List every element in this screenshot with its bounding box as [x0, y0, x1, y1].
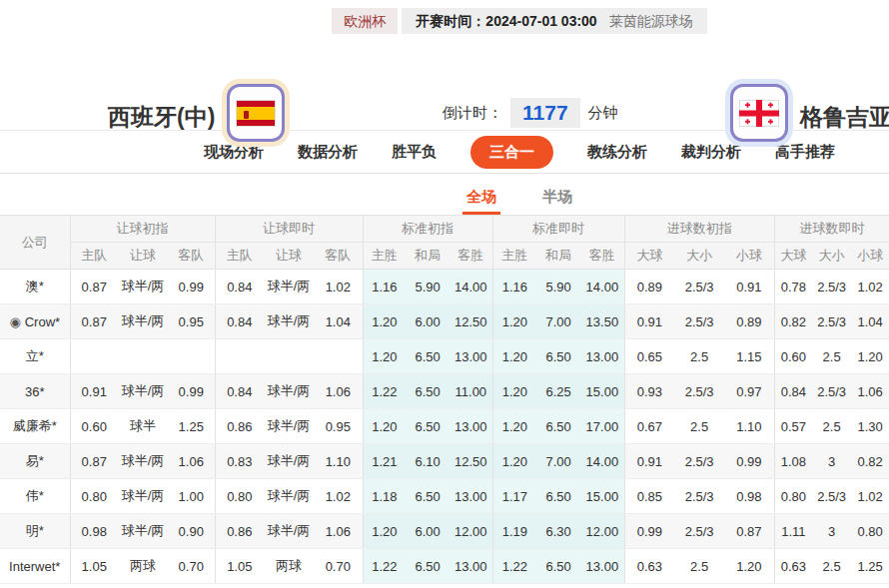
odds-cell[interactable]: 5.90 — [536, 270, 580, 304]
odds-cell[interactable]: 6.30 — [536, 514, 580, 549]
odds-cell[interactable]: 2.5/3 — [812, 270, 851, 304]
odds-cell[interactable]: 0.63 — [774, 549, 812, 584]
odds-cell[interactable]: 0.82 — [774, 304, 812, 339]
company-cell[interactable]: 易* — [0, 444, 70, 479]
odds-cell[interactable]: 球半/两 — [264, 444, 314, 479]
odds-cell[interactable]: 1.06 — [851, 374, 889, 409]
odds-cell[interactable]: 2.5/3 — [812, 374, 851, 409]
odds-cell[interactable]: 6.50 — [536, 549, 580, 584]
odds-cell[interactable]: 1.20 — [851, 339, 889, 374]
odds-cell[interactable]: 14.00 — [580, 444, 624, 479]
odds-cell[interactable]: 球半/两 — [264, 374, 314, 409]
odds-cell[interactable]: 2.5 — [812, 549, 851, 584]
odds-cell[interactable]: 1.02 — [851, 270, 889, 304]
odds-cell[interactable]: 1.20 — [492, 374, 536, 409]
odds-cell[interactable]: 0.80 — [774, 479, 812, 514]
odds-cell[interactable]: 球半/两 — [264, 409, 314, 444]
odds-cell[interactable]: 0.78 — [774, 270, 812, 304]
odds-cell[interactable]: 1.25 — [851, 549, 889, 584]
odds-cell[interactable]: 0.84 — [774, 374, 812, 409]
company-cell[interactable]: Interwet* — [0, 549, 70, 584]
odds-cell[interactable]: 0.86 — [215, 409, 264, 444]
odds-cell[interactable]: 0.80 — [851, 514, 889, 549]
odds-cell[interactable]: 12.00 — [580, 514, 624, 549]
odds-cell[interactable]: 1.08 — [774, 444, 812, 479]
odds-cell[interactable]: 0.83 — [215, 444, 264, 479]
company-cell[interactable]: 澳* — [0, 270, 70, 304]
odds-cell[interactable]: 球半/两 — [264, 514, 314, 549]
odds-cell: 1.22 — [363, 374, 406, 409]
odds-cell[interactable]: 1.17 — [492, 479, 536, 514]
odds-cell[interactable]: 13.00 — [580, 549, 624, 584]
odds-cell[interactable]: 1.02 — [314, 479, 363, 514]
odds-cell[interactable]: 14.00 — [580, 270, 624, 304]
odds-cell[interactable]: 17.00 — [580, 409, 624, 444]
odds-cell[interactable]: 13.50 — [580, 304, 624, 339]
odds-cell[interactable]: 1.19 — [492, 514, 536, 549]
company-cell[interactable]: 36* — [0, 374, 70, 409]
odds-cell[interactable]: 2.5/3 — [812, 304, 851, 339]
nav-tab-三合一[interactable]: 三合一 — [470, 136, 553, 169]
col-subheader: 小球 — [724, 243, 774, 270]
odds-cell[interactable]: 0.70 — [314, 549, 363, 584]
nav-tab-数据分析[interactable]: 数据分析 — [298, 143, 358, 162]
odds-cell[interactable]: 15.00 — [580, 374, 624, 409]
odds-cell[interactable]: 0.82 — [851, 444, 889, 479]
odds-cell[interactable]: 1.22 — [492, 549, 536, 584]
odds-cell[interactable]: 0.84 — [215, 270, 264, 304]
odds-cell[interactable]: 球半/两 — [264, 479, 314, 514]
odds-cell[interactable]: 6.25 — [536, 374, 580, 409]
odds-cell[interactable]: 1.30 — [851, 409, 889, 444]
odds-cell[interactable]: 0.84 — [215, 374, 264, 409]
company-cell[interactable]: 威廉希* — [0, 409, 70, 444]
odds-cell[interactable]: 0.86 — [215, 514, 264, 549]
odds-cell[interactable]: 1.20 — [492, 304, 536, 339]
company-cell[interactable]: 明* — [0, 514, 70, 549]
nav-tab-胜平负[interactable]: 胜平负 — [392, 143, 437, 162]
odds-cell[interactable]: 3 — [812, 514, 851, 549]
odds-cell[interactable]: 6.50 — [536, 339, 580, 374]
odds-cell[interactable]: 1.06 — [314, 374, 363, 409]
odds-cell[interactable]: 球半/两 — [264, 270, 314, 304]
odds-cell[interactable]: 0.95 — [314, 409, 363, 444]
odds-cell[interactable]: 3 — [812, 444, 851, 479]
odds-cell[interactable]: 0.60 — [774, 339, 812, 374]
company-cell[interactable]: 立* — [0, 339, 70, 374]
subtab-全场[interactable]: 全场 — [462, 179, 500, 215]
odds-cell[interactable]: 两球 — [264, 549, 314, 584]
odds-cell[interactable]: 1.05 — [215, 549, 264, 584]
company-cell[interactable]: ◉Crow* — [0, 304, 70, 339]
odds-cell[interactable]: 1.11 — [774, 514, 812, 549]
nav-tab-裁判分析[interactable]: 裁判分析 — [681, 143, 741, 162]
spain-emblem-icon — [244, 111, 249, 119]
odds-cell[interactable]: 13.00 — [580, 339, 624, 374]
odds-cell[interactable]: 6.50 — [536, 479, 580, 514]
odds-cell[interactable]: 0.84 — [215, 304, 264, 339]
odds-cell[interactable]: 2.5/3 — [812, 479, 851, 514]
odds-cell[interactable]: 0.57 — [774, 409, 812, 444]
odds-cell[interactable]: 1.06 — [314, 514, 363, 549]
subtab-半场[interactable]: 半场 — [538, 179, 576, 215]
odds-cell[interactable]: 15.00 — [580, 479, 624, 514]
odds-cell[interactable]: 1.16 — [492, 270, 536, 304]
odds-cell[interactable]: 2.5 — [812, 409, 851, 444]
odds-cell[interactable]: 0.80 — [215, 479, 264, 514]
odds-cell[interactable]: 1.02 — [314, 270, 363, 304]
odds-cell[interactable]: 1.20 — [492, 339, 536, 374]
odds-cell[interactable]: 1.20 — [492, 409, 536, 444]
odds-cell[interactable]: 1.20 — [492, 444, 536, 479]
odds-cell[interactable]: 1.04 — [851, 304, 889, 339]
odds-cell[interactable]: 7.00 — [536, 444, 580, 479]
odds-cell[interactable]: 6.50 — [536, 409, 580, 444]
odds-cell[interactable]: 1.04 — [314, 304, 363, 339]
odds-cell[interactable]: 7.00 — [536, 304, 580, 339]
company-cell[interactable]: 伟* — [0, 479, 70, 514]
odds-cell[interactable]: 1.10 — [314, 444, 363, 479]
nav-tab-高手推荐[interactable]: 高手推荐 — [775, 143, 835, 162]
odds-cell[interactable]: 球半/两 — [264, 304, 314, 339]
odds-cell[interactable]: 2.5 — [812, 339, 851, 374]
table-row: 立*1.206.5013.001.206.5013.000.652.51.150… — [0, 339, 889, 374]
nav-tab-教练分析[interactable]: 教练分析 — [587, 143, 647, 162]
odds-cell[interactable]: 1.02 — [851, 479, 889, 514]
nav-tab-现场分析[interactable]: 现场分析 — [204, 143, 264, 162]
